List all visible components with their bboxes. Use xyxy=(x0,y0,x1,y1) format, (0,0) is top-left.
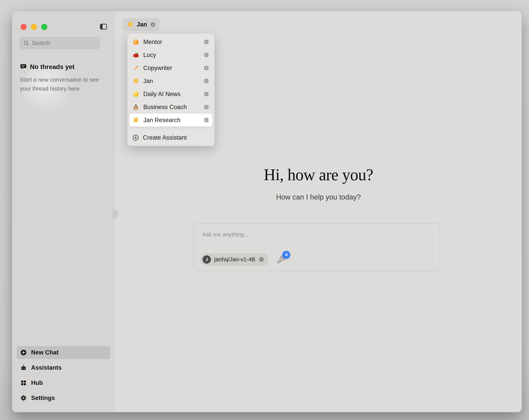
search-input[interactable] xyxy=(32,40,107,46)
assistant-selector-button[interactable]: Jan xyxy=(123,18,160,31)
apple-emoji-icon xyxy=(132,52,139,58)
main-area: Jan Mentor Lucy Copywriter xyxy=(115,11,522,412)
assistant-menu-item-business-coach[interactable]: Business Coach xyxy=(129,101,212,114)
assistant-menu-item-label: Copywriter xyxy=(143,65,199,72)
menu-divider xyxy=(130,129,212,129)
model-name: janhq/Jan-v1-4B xyxy=(214,256,255,263)
plus-circle-icon xyxy=(20,349,27,356)
chat-composer: J janhq/Jan-v1-4B 4 xyxy=(194,223,440,271)
greeting-subtitle: How can I help you today? xyxy=(115,193,522,201)
assistant-menu-item-daily-ai-news[interactable]: Daily AI News xyxy=(129,87,212,101)
nav-item-label: Hub xyxy=(31,379,43,386)
yellow-circle-emoji-icon xyxy=(132,91,139,98)
orange-circle-emoji-icon xyxy=(132,39,139,45)
greeting-title: Hi, how are you? xyxy=(115,165,522,184)
assistants-bot-icon xyxy=(20,364,27,371)
composer-toolbar: J janhq/Jan-v1-4B 4 xyxy=(200,253,286,266)
hero: Hi, how are you? How can I help you toda… xyxy=(115,165,522,201)
assistant-dropdown-menu: Mentor Lucy Copywriter Jan Daily AI News xyxy=(127,33,215,146)
gear-icon[interactable] xyxy=(203,39,209,45)
sidebar-item-assistants[interactable]: Assistants xyxy=(17,361,110,374)
gear-icon[interactable] xyxy=(150,22,156,27)
empty-threads-title: No threads yet xyxy=(30,63,74,71)
tools-count-badge: 4 xyxy=(282,251,290,259)
hub-grid-icon xyxy=(20,379,27,386)
assistant-menu-item-label: Daily AI News xyxy=(143,91,199,98)
grip-dots-icon xyxy=(114,211,117,216)
window-controls xyxy=(21,24,47,30)
assistant-menu-item-jan[interactable]: Jan xyxy=(129,74,212,87)
assistant-menu-item-label: Mentor xyxy=(143,39,199,45)
assistant-menu-item-label: Jan xyxy=(143,78,199,85)
assistant-menu-item-copywriter[interactable]: Copywriter xyxy=(129,61,212,74)
gear-icon[interactable] xyxy=(203,104,209,110)
chat-bubble-icon xyxy=(20,63,27,70)
empty-threads-state: No threads yet Start a new conversation … xyxy=(20,63,107,93)
gear-icon[interactable] xyxy=(203,65,209,71)
create-assistant-label: Create Assistant xyxy=(143,134,187,141)
gear-icon[interactable] xyxy=(203,91,209,97)
assistant-menu-item-lucy[interactable]: Lucy xyxy=(129,48,212,61)
model-avatar: J xyxy=(203,255,211,264)
tools-button[interactable]: 4 xyxy=(277,255,286,264)
sidebar-item-settings[interactable]: Settings xyxy=(17,392,110,405)
plus-circle-icon xyxy=(132,134,139,141)
sidebar-toggle-icon[interactable] xyxy=(99,22,108,31)
search-box[interactable] xyxy=(19,37,100,49)
pencil-emoji-icon xyxy=(132,65,139,72)
wave-emoji-icon xyxy=(132,117,139,124)
nav-item-label: New Chat xyxy=(31,349,58,356)
close-window-button[interactable] xyxy=(21,24,27,30)
model-selector[interactable]: J janhq/Jan-v1-4B xyxy=(200,253,268,266)
nav-item-label: Settings xyxy=(31,394,55,402)
app-window: No threads yet Start a new conversation … xyxy=(12,11,522,412)
wave-emoji-icon xyxy=(127,21,134,28)
assistant-menu-item-mentor[interactable]: Mentor xyxy=(129,35,212,48)
gear-icon[interactable] xyxy=(259,257,264,262)
current-assistant-name: Jan xyxy=(137,21,147,28)
minimize-window-button[interactable] xyxy=(31,24,37,30)
zoom-window-button[interactable] xyxy=(41,24,47,30)
chat-input[interactable] xyxy=(194,224,440,247)
gear-icon[interactable] xyxy=(203,78,209,84)
gear-icon[interactable] xyxy=(203,52,209,58)
sidebar-resize-handle[interactable] xyxy=(112,209,118,217)
create-assistant-button[interactable]: Create Assistant xyxy=(129,131,212,144)
sidebar: No threads yet Start a new conversation … xyxy=(12,11,115,412)
assistant-menu-item-jan-research[interactable]: Jan Research xyxy=(129,114,212,127)
sidebar-item-hub[interactable]: Hub xyxy=(17,377,110,389)
empty-threads-description: Start a new conversation to see your thr… xyxy=(20,75,107,93)
assistant-menu-item-label: Jan Research xyxy=(143,117,199,124)
wave-emoji-icon xyxy=(132,78,139,85)
gear-icon[interactable] xyxy=(203,117,209,123)
assistant-menu-item-label: Business Coach xyxy=(143,104,199,111)
money-bag-emoji-icon xyxy=(132,104,139,111)
search-icon xyxy=(23,40,29,46)
gear-icon xyxy=(20,395,27,401)
nav-item-label: Assistants xyxy=(31,364,62,371)
sidebar-item-new-chat[interactable]: New Chat xyxy=(17,346,110,359)
assistant-menu-item-label: Lucy xyxy=(143,52,199,58)
sidebar-nav: New Chat Assistants Hub Settings xyxy=(17,346,110,405)
